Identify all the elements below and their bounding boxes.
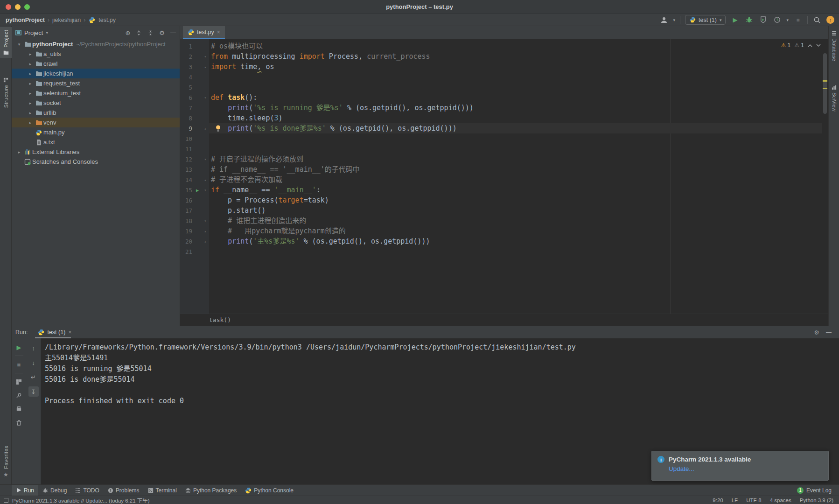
chevron-down-icon[interactable]: ▾ [46,30,48,35]
run-configuration-select[interactable]: test (1) ▾ [685,15,726,25]
code-line-5[interactable]: 5 [180,82,822,92]
code-line-6[interactable]: 6▾def task(): [180,92,822,103]
fold-marker-icon[interactable]: ▾ [202,157,209,161]
tool-window-button-structure[interactable]: Structure [0,75,12,111]
status-message[interactable]: PyCharm 2021.1.3 available // Update... … [0,497,150,504]
code-line-19[interactable]: 19▴ # 用pycharm就是pycharm创造的 [180,226,822,236]
breadcrumb-project[interactable]: pythonProject [6,17,45,23]
code-viewport[interactable]: 1# os模块也可以2▾from multiprocessing import … [180,39,828,314]
tree-item-urllib[interactable]: ▸urllib [12,108,180,118]
chevron-expanded-icon[interactable]: ▾ [15,42,23,47]
update-notification-popup[interactable]: i PyCharm 2021.1.3 available Update... [651,451,829,481]
chevron-collapsed-icon[interactable]: ▸ [27,52,34,56]
code-line-4[interactable]: 4 [180,72,822,82]
intention-bulb-icon[interactable] [216,125,221,132]
warning-stripe-mark[interactable] [823,88,827,89]
up-stack-trace-icon[interactable]: ↑ [28,343,39,353]
tree-item-crawl[interactable]: ▸crawl [12,59,180,69]
editor-scrollbar[interactable] [823,53,827,114]
status-widget-1[interactable]: 9:20 [713,497,723,503]
run-button[interactable]: ▶ [730,15,740,25]
code-line-9[interactable]: 9▴ print('%s is done爹是%s' % (os.getpid()… [180,123,822,133]
tree-item-main-py[interactable]: main.py [12,127,180,137]
prev-problem-icon[interactable] [808,44,812,47]
tool-window-button-todo[interactable]: TODO [71,485,103,496]
event-log-button[interactable]: 1 Event Log [797,487,839,494]
tool-window-button-python-packages[interactable]: Python Packages [181,485,241,496]
status-widget-5[interactable]: Python 3.9 (2) [800,497,833,503]
tool-window-button-project[interactable]: Project [0,27,12,58]
fold-marker-icon[interactable]: ▾ [202,188,209,192]
tree-item-requests-test[interactable]: ▸requests_test [12,78,180,88]
fold-marker-icon[interactable]: ▾ [202,55,209,59]
scroll-to-end-icon[interactable]: ↧ [28,386,39,397]
code-line-3[interactable]: 3▴import time, os [180,62,822,72]
tool-window-button-terminal[interactable]: Terminal [144,485,181,496]
tool-window-button-sciview[interactable]: SciView [829,83,839,113]
hide-panel-icon[interactable]: — [170,29,176,36]
breadcrumb-file[interactable]: test.py [98,17,116,23]
fold-marker-icon[interactable]: ▾ [202,96,209,100]
fold-marker-icon[interactable]: ▴ [202,126,209,131]
down-stack-trace-icon[interactable]: ↓ [28,357,39,368]
chevron-collapsed-icon[interactable]: ▸ [27,62,34,66]
breadcrumb-folder[interactable]: jiekeshijian [52,17,81,23]
code-line-7[interactable]: 7 print('%s is running 爹是%s' % (os.getpi… [180,103,822,113]
chevron-down-icon[interactable]: ▾ [786,18,789,22]
tree-item-external-libraries[interactable]: ▸External Libraries [12,147,180,157]
code-line-16[interactable]: 16 p = Process(target=task) [180,195,822,205]
warning-indicator[interactable]: ⚠ 1 [781,42,790,49]
tool-window-button-problems[interactable]: Problems [104,485,144,496]
chevron-collapsed-icon[interactable]: ▸ [27,71,34,76]
weak-warning-indicator[interactable]: ⚠ 1 [794,42,804,49]
tool-window-button-debug[interactable]: Debug [38,485,71,496]
tool-window-button-run[interactable]: Run [12,485,38,496]
close-tab-icon[interactable]: × [68,329,71,336]
tool-window-button-favorites[interactable]: Favorites ★ [0,443,12,481]
tree-item-a-utils[interactable]: ▸a_utils [12,49,180,59]
next-problem-icon[interactable] [816,44,821,47]
status-widget-2[interactable]: LF [732,497,738,503]
chevron-down-icon[interactable]: ▾ [673,18,676,22]
tree-item-scratches-and-consoles[interactable]: Scratches and Consoles [12,157,180,167]
code-line-15[interactable]: 15▶▾if __name__ == '__main__': [180,185,822,195]
tree-item-selenium-test[interactable]: ▸selenium_test [12,88,180,98]
search-everywhere-icon[interactable] [812,15,822,25]
tool-window-button-database[interactable]: Database [829,29,839,63]
tree-item-socket[interactable]: ▸socket [12,98,180,108]
close-tab-icon[interactable]: × [217,29,220,35]
tool-window-toggle-icon[interactable] [4,498,8,503]
update-available-icon[interactable]: ↑ [826,16,834,24]
status-widget-4[interactable]: 4 spaces [770,497,791,503]
chevron-collapsed-icon[interactable]: ▸ [27,91,34,96]
user-profile-icon[interactable] [659,15,669,25]
code-line-1[interactable]: 1# os模块也可以 [180,41,822,51]
run-tab-test-1[interactable]: test (1) × [34,326,75,338]
code-lines[interactable]: 1# os模块也可以2▾from multiprocessing import … [180,41,822,257]
code-line-14[interactable]: 14▴# 子进程不会再次加载 [180,175,822,185]
chevron-collapsed-icon[interactable]: ▸ [27,120,34,125]
tree-item-a-txt[interactable]: a.txt [12,137,180,147]
tree-item-pythonproject[interactable]: ▾pythonProject~/PycharmProjects/pythonPr… [12,39,180,49]
editor-tab-test-py[interactable]: test.py × [183,26,225,39]
tree-item-jiekeshijian[interactable]: ▸jiekeshijian [12,69,180,78]
run-with-coverage-button[interactable] [758,15,768,25]
gear-icon[interactable]: ⚙ [159,29,165,36]
fold-marker-icon[interactable]: ▴ [202,229,209,233]
tree-item-venv[interactable]: ▸venv [12,118,180,127]
fold-marker-icon[interactable]: ▾ [202,219,209,223]
collapse-all-icon[interactable] [147,30,154,36]
gear-icon[interactable]: ⚙ [814,329,819,336]
project-panel-title[interactable]: Project [24,29,43,36]
update-link[interactable]: Update... [669,465,751,472]
code-line-2[interactable]: 2▾from multiprocessing import Process, c… [180,51,822,62]
code-line-17[interactable]: 17 p.start() [180,205,822,216]
print-icon[interactable] [14,404,24,414]
fold-marker-icon[interactable]: ▴ [202,178,209,182]
status-widget-3[interactable]: UTF-8 [746,497,762,503]
restore-layout-icon[interactable] [14,377,24,387]
debug-button[interactable] [744,15,754,25]
pin-tab-icon[interactable] [14,390,24,400]
clear-console-icon[interactable] [14,417,24,427]
code-line-21[interactable]: 21 [180,246,822,257]
